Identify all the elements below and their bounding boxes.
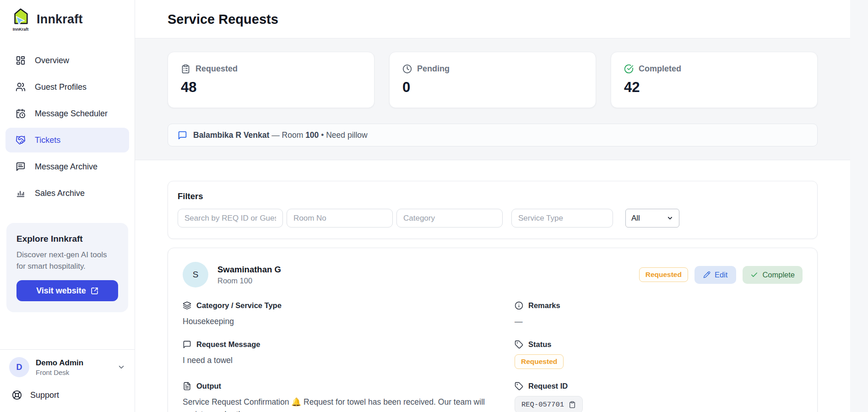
filters-title: Filters [178,191,808,201]
sidebar-item-overview[interactable]: Overview [5,48,129,73]
ticker-message: Need pillow [326,130,367,140]
ticker-dash: — [271,130,280,140]
message-square-icon [183,340,191,349]
sidebar-item-label: Guest Profiles [35,82,87,92]
field-status: Status Requested [515,340,803,369]
request-id-value: REQ-057701 [521,401,564,409]
sidebar-item-label: Tickets [35,136,60,145]
layers-icon [183,301,191,310]
field-value: I need a towel [183,354,499,366]
stat-value: 42 [624,79,804,96]
field-value: Housekeeping [183,315,499,327]
filters-card: Filters All [168,181,818,239]
user-menu[interactable]: D Demo Admin Front Desk [0,349,135,380]
field-label-text: Output [196,382,221,390]
sidebar-item-label: Message Scheduler [35,109,108,119]
handshake-icon [16,135,26,145]
status-select[interactable]: All [625,209,679,228]
guest-name: Swaminathan G [217,265,281,275]
sidebar-item-label: Message Archive [35,162,98,172]
search-input[interactable] [178,209,283,228]
user-role: Front Desk [36,369,111,376]
ticker-bullet: • [321,130,324,140]
stat-card-requested: Requested 48 [168,52,374,108]
sidebar-nav: Overview Guest Profiles Message Schedule… [0,47,135,206]
chevron-down-icon [667,215,673,222]
ticker-text: Balambika R Venkat — Room 100 • Need pil… [193,130,368,140]
visit-website-label: Visit website [36,286,86,296]
tag-icon [515,340,523,349]
clipboard-list-icon [181,64,190,74]
status-badge: Requested [639,267,688,282]
info-icon [515,301,523,310]
check-icon [750,271,758,279]
guest-block: Swaminathan G Room 100 [217,265,281,285]
stat-value: 48 [181,79,361,96]
sidebar-item-message-scheduler[interactable]: Message Scheduler [5,101,129,126]
field-category: Category / Service Type Housekeeping [183,301,515,327]
life-buoy-icon [12,390,22,400]
logo-caption: InnKraft [13,27,29,32]
ticker-guest: Balambika R Venkat [193,130,269,140]
filters-row: All [178,209,808,228]
copy-icon[interactable] [569,401,576,408]
request-card: S Swaminathan G Room 100 Requested Edit … [168,248,818,412]
sidebar-item-label: Sales Archive [35,189,85,198]
status-select-value: All [631,214,640,223]
sidebar-item-tickets[interactable]: Tickets [5,128,129,152]
visit-website-button[interactable]: Visit website [16,280,118,301]
field-value: Service Request Confirmation 🔔 Request f… [183,396,499,412]
check-circle-icon [624,64,634,74]
field-remarks: Remarks — [515,301,803,327]
brand[interactable]: InnKraft Innkraft [0,0,135,32]
request-actions: Requested Edit Complete [639,266,803,284]
ticker-room-label: Room [282,130,304,140]
field-label-text: Category / Service Type [196,301,282,310]
support-link[interactable]: Support [0,380,135,412]
field-value: — [515,315,803,327]
promo-body: Discover next-gen AI tools for smart hos… [16,249,118,272]
brand-name: Innkraft [37,12,83,27]
bar-chart-icon [16,188,26,198]
stat-label: Pending [417,64,450,74]
sidebar-item-message-archive[interactable]: Message Archive [5,154,129,179]
external-link-icon [91,287,98,295]
field-request-message: Request Message I need a towel [183,340,515,369]
tag-icon [515,382,523,390]
complete-label: Complete [762,271,795,279]
stat-label: Requested [195,64,238,74]
stat-value: 0 [402,79,583,96]
guest-room: Room 100 [217,276,281,285]
dashboard-icon [16,55,26,65]
complete-button[interactable]: Complete [743,266,803,284]
stat-label: Completed [639,64,681,74]
field-request-id: Request ID REQ-057701 [515,382,803,412]
request-id-pill: REQ-057701 [515,396,583,412]
field-output: Output Service Request Confirmation 🔔 Re… [183,382,515,412]
sidebar-item-sales-archive[interactable]: Sales Archive [5,181,129,206]
service-type-input[interactable] [511,209,613,228]
user-meta: Demo Admin Front Desk [36,358,111,376]
stats-row: Requested 48 Pending 0 Completed 42 [168,52,818,108]
stat-card-pending: Pending 0 [389,52,596,108]
latest-request-ticker[interactable]: Balambika R Venkat — Room 100 • Need pil… [168,124,818,146]
request-card-header: S Swaminathan G Room 100 Requested Edit … [183,262,803,287]
promo-title: Explore Innkraft [16,234,118,244]
chevron-down-icon [117,363,125,371]
avatar: S [183,262,208,287]
category-input[interactable] [396,209,503,228]
support-label: Support [30,390,59,400]
field-label-text: Status [528,340,551,349]
sidebar-item-guest-profiles[interactable]: Guest Profiles [5,75,129,99]
users-icon [16,82,26,92]
requests-section: Filters All S Swaminathan G Room 100 [135,160,850,412]
field-label-text: Remarks [528,301,560,310]
page-title: Service Requests [168,12,818,27]
sidebar-item-label: Overview [35,56,69,65]
edit-button[interactable]: Edit [694,266,736,284]
stats-section: Requested 48 Pending 0 Completed 42 [135,38,850,160]
ticker-room: 100 [305,130,319,140]
room-no-input[interactable] [287,209,393,228]
request-fields: Category / Service Type Housekeeping Rem… [183,301,803,412]
clock-icon [402,64,412,74]
